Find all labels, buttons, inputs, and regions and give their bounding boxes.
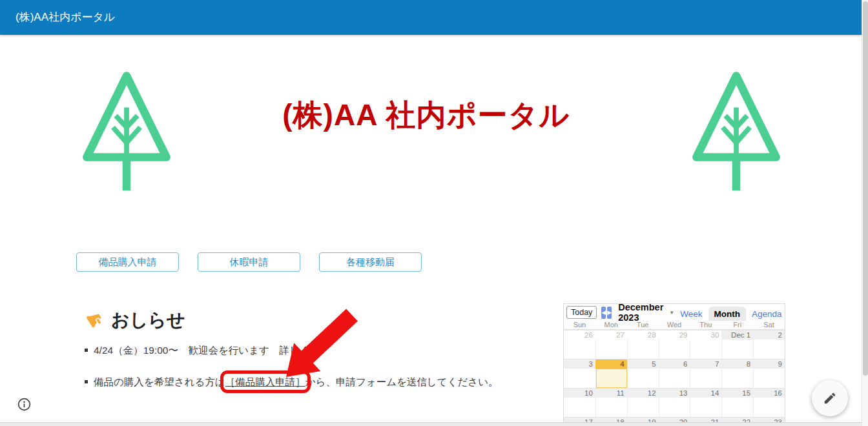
page-title: (株)AA 社内ポータル [194,94,659,136]
calendar-date[interactable]: 14 [690,389,721,398]
calendar-week-numbers: 2627282930Dec 12 [564,330,785,340]
calendar-today-button[interactable]: Today [566,306,597,319]
calendar-date[interactable]: Dec 1 [721,330,753,340]
calendar-date[interactable]: 20 [659,418,690,422]
tree-logo-icon [691,71,781,194]
calendar-prev-button[interactable]: ◀ [601,307,606,319]
calendar-cell[interactable] [753,369,785,388]
chevron-right-icon: ▶ [607,309,612,316]
calendar-date[interactable]: 2 [753,330,785,340]
calendar-day-headers: SunMonTueWedThuFriSat [564,321,785,330]
calendar-date[interactable]: 26 [564,330,595,340]
transfer-forms-button[interactable]: 各種移動届 [319,252,422,272]
calendar-cell[interactable] [627,398,659,417]
calendar-date[interactable]: 17 [564,418,595,422]
chevron-left-icon: ◀ [601,309,606,316]
calendar-cell[interactable] [690,369,721,388]
calendar-cell[interactable] [659,398,690,417]
calendar-cell[interactable] [627,369,659,388]
calendar-cell[interactable] [721,340,753,359]
calendar-cell[interactable] [595,340,627,359]
chevron-down-icon[interactable]: ▼ [669,310,674,316]
calendar-date[interactable]: 22 [721,418,753,422]
calendar-date[interactable]: 6 [659,360,690,369]
calendar-day-header: Sun [564,321,595,329]
calendar-cell[interactable] [564,340,595,359]
calendar-grid: 2627282930Dec 12345678910111213141516171… [564,330,785,422]
calendar-week-numbers: 3456789 [564,359,785,369]
button-label: 休暇申請 [230,256,269,269]
calendar-next-button[interactable]: ▶ [607,307,612,319]
calendar-date[interactable]: 23 [753,418,785,422]
calendar-date[interactable]: 30 [690,330,721,340]
button-label: 備品購入申請 [99,256,157,269]
calendar-day-header: Fri [721,321,753,329]
calendar-day-header: Wed [659,321,690,329]
calendar-widget: Today ◀ ▶ December 2023 ▼ Week Month Age… [563,303,785,422]
calendar-date[interactable]: 9 [753,360,785,369]
calendar-date[interactable]: 28 [627,330,659,340]
megaphone-icon [85,310,105,330]
tab-month[interactable]: Month [708,307,746,321]
calendar-week-cells [564,398,785,417]
calendar-cell[interactable] [690,398,721,417]
calendar-date[interactable]: 21 [690,418,721,422]
calendar-cell[interactable] [659,340,690,359]
calendar-cell[interactable] [564,369,595,388]
calendar-week-cells [564,340,785,359]
calendar-date[interactable]: 27 [595,330,627,340]
calendar-date[interactable]: 15 [721,389,753,398]
calendar-date[interactable]: 4 [595,360,627,369]
calendar-date[interactable]: 5 [627,360,659,369]
calendar-view-tabs: Week Month Agenda [674,304,785,321]
calendar-week-numbers: 10111213141516 [564,388,785,398]
annotation-arrow [271,303,365,384]
calendar-date[interactable]: 8 [721,360,753,369]
vertical-scrollbar[interactable] [862,0,868,426]
calendar-cell[interactable] [753,398,785,417]
calendar-date[interactable]: 16 [753,389,785,398]
calendar-cell[interactable] [753,340,785,359]
scrollbar-thumb[interactable] [863,1,868,376]
tab-agenda[interactable]: Agenda [746,307,785,321]
button-label: 各種移動届 [346,256,395,269]
calendar-date[interactable]: 18 [595,418,627,422]
info-button[interactable] [17,397,32,412]
site-title: (株)AA社内ポータル [16,0,115,35]
calendar-cell[interactable] [721,398,753,417]
edit-fab-button[interactable] [812,380,848,416]
tab-week[interactable]: Week [674,307,708,321]
calendar-week-cells [564,369,785,388]
calendar-day-header: Sat [753,321,785,329]
calendar-day-header: Mon [595,321,627,329]
calendar-day-header: Tue [627,321,659,329]
calendar-week-numbers: 17181920212223 [564,417,785,422]
calendar-cell[interactable] [659,369,690,388]
calendar-cell[interactable] [690,340,721,359]
pencil-icon [823,391,837,405]
calendar-date[interactable]: 10 [564,389,595,398]
portal-page: (株)AA社内ポータル (株)AA 社内ポータル [0,0,868,426]
calendar-date[interactable]: 11 [595,389,627,398]
calendar-cell[interactable] [595,369,627,388]
horizontal-scrollbar[interactable] [0,422,862,426]
app-header: (株)AA社内ポータル [0,0,862,35]
calendar-date[interactable]: 13 [659,389,690,398]
calendar-date[interactable]: 3 [564,360,595,369]
notice-heading-text: おしらせ [111,308,185,332]
calendar-cell[interactable] [721,369,753,388]
calendar-cell[interactable] [595,398,627,417]
calendar-day-header: Thu [690,321,721,329]
calendar-month-label: December 2023 [618,303,663,323]
calendar-date[interactable]: 7 [690,360,721,369]
calendar-date[interactable]: 12 [627,389,659,398]
calendar-date[interactable]: 29 [659,330,690,340]
equipment-purchase-request-button[interactable]: 備品購入申請 [76,252,179,272]
notice-item-text: 備品の購入を希望される方は [94,376,225,387]
calendar-cell[interactable] [564,398,595,417]
calendar-date[interactable]: 19 [627,418,659,422]
calendar-toolbar: Today ◀ ▶ December 2023 ▼ Week Month Age… [564,304,785,321]
notice-section-heading: おしらせ [85,308,185,332]
calendar-cell[interactable] [627,340,659,359]
vacation-request-button[interactable]: 休暇申請 [198,252,300,272]
